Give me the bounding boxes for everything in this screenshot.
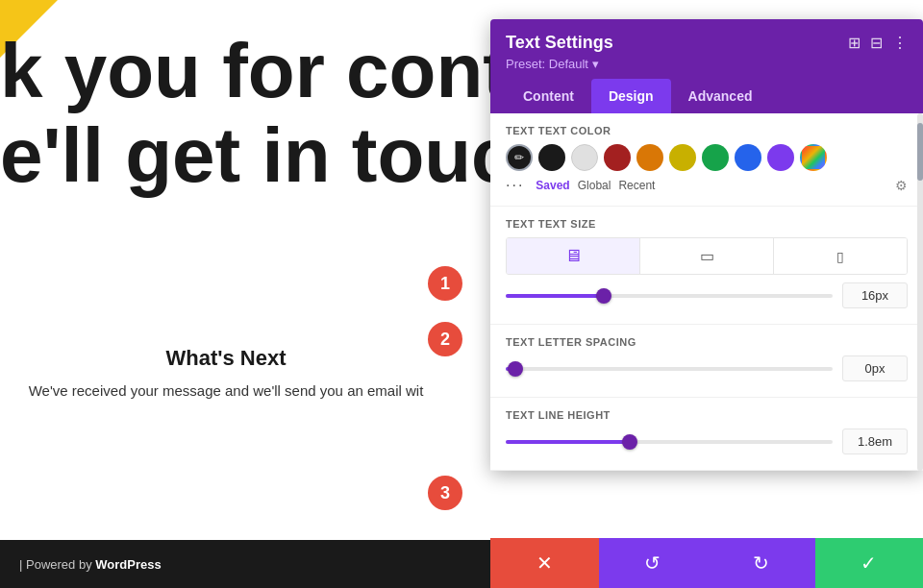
panel-body-inner: Text Text Color ✏ · [490,113,923,471]
scroll-thumb[interactable] [917,123,923,181]
color-swatch-yellow[interactable] [669,144,696,171]
undo-icon: ↺ [644,551,661,575]
action-bar: ✕ ↺ ↻ ✓ [490,538,923,588]
line-height-slider-row: 1.8em [506,429,908,454]
letter-spacing-label: Text Letter Spacing [506,336,908,348]
device-toggle-row: 🖥 ▭ ▯ [506,237,908,275]
what-next-section: What's Next We've received your message … [0,346,452,403]
global-tab[interactable]: Global [578,179,611,192]
text-size-slider-thumb[interactable] [596,288,611,304]
panel-tabs: Content Design Advanced [506,79,908,113]
color-swatch-orange[interactable] [636,144,663,171]
what-next-title: What's Next [0,346,452,371]
line-height-value[interactable]: 1.8em [842,429,908,454]
color-section: Text Text Color ✏ · [490,113,923,207]
letter-spacing-slider-track[interactable] [506,367,833,371]
step-badge-1: 1 [428,266,462,301]
text-size-slider-track[interactable] [506,294,833,298]
panel-body: Text Text Color ✏ · [490,113,923,471]
color-picker-swatch[interactable]: ✏ [506,144,533,171]
line-height-slider-fill [506,440,630,444]
what-next-desc: We've received your message and we'll se… [0,380,452,403]
device-tablet-btn[interactable]: ▭ [640,238,774,274]
color-swatch-blue[interactable] [735,144,761,171]
columns-icon[interactable]: ⊟ [870,34,883,52]
confirm-icon: ✓ [861,551,877,575]
settings-panel: Text Settings ⊞ ⊟ ⋮ Preset: Default Cont… [490,19,923,471]
line-height-section: Text Line Height 1.8em [490,398,923,471]
panel-preset[interactable]: Preset: Default [506,57,908,71]
cancel-button[interactable]: ✕ [490,538,599,588]
footer-text: | Powered by WordPress [19,557,162,572]
color-swatches-row: ✏ [506,144,908,171]
desktop-icon: 🖥 [564,246,582,266]
text-size-value[interactable]: 16px [842,282,908,308]
hero-text-line1: k you for cont [0,29,514,113]
color-swatch-green[interactable] [702,144,729,171]
device-mobile-btn[interactable]: ▯ [774,238,907,274]
panel-title: Text Settings [506,33,613,53]
cancel-icon: ✕ [536,551,553,575]
more-options-icon[interactable]: ⋮ [892,34,908,52]
line-height-slider-track[interactable] [506,440,833,444]
scrollbar[interactable] [917,113,923,471]
panel-title-row: Text Settings ⊞ ⊟ ⋮ [506,33,908,53]
panel-header-icons: ⊞ ⊟ ⋮ [848,34,908,52]
tab-advanced[interactable]: Advanced [671,79,770,113]
letter-spacing-slider-thumb[interactable] [508,361,523,377]
panel-header: Text Settings ⊞ ⊟ ⋮ Preset: Default Cont… [490,19,923,113]
line-height-slider-thumb[interactable] [622,434,637,450]
letter-spacing-value[interactable]: 0px [842,355,908,381]
text-size-slider-row: 16px [506,282,908,308]
color-swatch-gradient[interactable] [800,144,827,171]
text-size-slider-fill [506,294,604,298]
redo-button[interactable]: ↻ [707,538,815,588]
color-settings-gear-icon[interactable]: ⚙ [895,178,908,193]
text-size-label: Text Text Size [506,218,908,230]
color-section-label: Text Text Color [506,125,908,136]
text-size-section: Text Text Size 🖥 ▭ ▯ [490,207,923,325]
color-swatch-purple[interactable] [767,144,794,171]
step-badge-2: 2 [428,322,462,356]
resize-icon[interactable]: ⊞ [848,34,861,52]
tablet-icon: ▭ [700,247,714,265]
color-saved-row: ··· Saved Global Recent ⚙ [506,177,908,194]
undo-button[interactable]: ↺ [599,538,708,588]
device-desktop-btn[interactable]: 🖥 [507,238,640,274]
color-more-dots[interactable]: ··· [506,177,524,194]
letter-spacing-slider-row: 0px [506,355,908,381]
color-swatch-black[interactable] [538,144,565,171]
redo-icon: ↻ [753,551,769,575]
step-badge-3: 3 [428,476,462,510]
confirm-button[interactable]: ✓ [815,538,924,588]
tab-content[interactable]: Content [506,79,591,113]
color-swatch-white[interactable] [571,144,598,171]
hero-text: k you for cont e'll get in touc [0,29,514,198]
recent-tab[interactable]: Recent [618,179,655,192]
letter-spacing-section: Text Letter Spacing 0px [490,325,923,398]
line-height-label: Text Line Height [506,409,908,421]
saved-tab[interactable]: Saved [536,179,569,192]
tab-design[interactable]: Design [591,79,671,113]
mobile-icon: ▯ [836,249,844,264]
color-swatch-red[interactable] [604,144,631,171]
hero-text-line2: e'll get in touc [0,113,514,198]
